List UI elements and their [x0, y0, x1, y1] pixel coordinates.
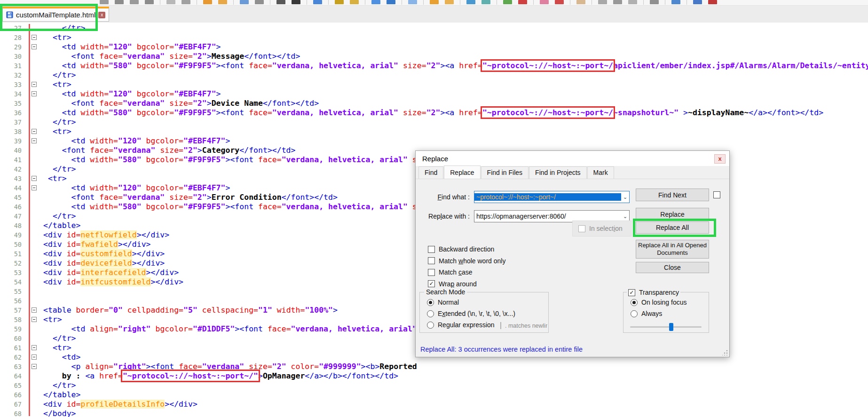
replace-with-label: Replace with :	[424, 212, 470, 220]
code-line[interactable]: 64 by : <a href="~protocol~://~host~:~po…	[0, 371, 868, 381]
code-text: </tr>	[43, 212, 76, 221]
code-text: <td width="120" bgcolor="#EBF4F7">	[43, 183, 230, 193]
code-line[interactable]: 37 </tr>	[0, 118, 868, 127]
chevron-down-icon[interactable]: ⌄	[621, 213, 629, 220]
code-line[interactable]: 65 </tr>	[0, 381, 868, 390]
checkbox-icon[interactable]: ✓	[628, 289, 635, 296]
line-number: 35	[0, 100, 27, 107]
code-line[interactable]: 36 <td width="580" bgcolor="#F9F9F5"><fo…	[0, 108, 868, 118]
fold-marker-icon[interactable]	[32, 138, 37, 143]
toolbar-icon	[481, 0, 490, 4]
dialog-tab-replace[interactable]: Replace	[444, 165, 480, 179]
code-line[interactable]: 30 <font face="verdana" size="2">Message…	[0, 52, 868, 61]
replace-all-button[interactable]: Replace All	[636, 221, 709, 234]
code-text: <td>	[43, 353, 81, 362]
toolbar-icon	[292, 0, 300, 4]
checkbox-match-case[interactable]: Match case	[428, 268, 473, 276]
line-number: 68	[0, 410, 27, 417]
radio-icon[interactable]	[631, 299, 638, 306]
dialog-tab-find-in-projects[interactable]: Find in Projects	[529, 166, 586, 179]
checkbox-icon[interactable]	[428, 257, 435, 264]
dialog-tab-mark[interactable]: Mark	[587, 166, 614, 179]
fold-marker-icon[interactable]	[32, 364, 37, 369]
checkbox-icon[interactable]	[428, 269, 435, 276]
fold-marker-icon[interactable]	[32, 176, 37, 181]
fold-marker-icon[interactable]	[32, 354, 37, 360]
dialog-tab-find-in-files[interactable]: Find in Files	[481, 166, 529, 179]
fold-marker-icon[interactable]	[32, 317, 37, 322]
checkbox-wrap-around[interactable]: ✓Wrap around	[428, 280, 477, 288]
code-line[interactable]: 35 <font face="verdana" size="2">Device …	[0, 99, 868, 108]
code-line[interactable]: 27 </tr>	[0, 24, 868, 33]
code-line[interactable]: 68</body>	[0, 409, 868, 417]
code-line[interactable]: 67<div id=profileDetailsInfo></div>	[0, 400, 868, 409]
resize-grip-icon[interactable]	[722, 350, 728, 355]
find-what-label: Find what :	[430, 193, 470, 201]
radio-on-losing-focus[interactable]: On losing focus	[631, 299, 687, 306]
checkbox-icon[interactable]: ✓	[428, 280, 435, 287]
toolbar-icon	[371, 0, 380, 4]
checkbox-label: Wrap around	[439, 280, 477, 288]
code-line[interactable]: 32 </tr>	[0, 71, 868, 80]
line-number: 47	[0, 212, 27, 220]
dialog-tab-find[interactable]: Find	[418, 166, 443, 179]
fold-marker-icon[interactable]	[32, 35, 37, 40]
dialog-close-icon[interactable]: x	[714, 154, 726, 164]
replace-all-docs-button[interactable]: Replace All in All Opened Documents	[636, 240, 709, 259]
code-text: by : <a href="~protocol~://~host~:~port~…	[43, 371, 398, 381]
find-next-button[interactable]: Find Next	[636, 189, 709, 201]
find-next-extra-checkbox[interactable]	[713, 191, 720, 198]
transparency-checkbox[interactable]: ✓ Transparency	[627, 289, 680, 296]
fold-marker-icon[interactable]	[32, 345, 37, 350]
fold-marker-icon[interactable]	[32, 44, 37, 49]
find-what-value[interactable]: ~protocol~://~host~:~port~/	[474, 193, 621, 201]
checkbox-icon[interactable]	[500, 322, 501, 329]
fold-marker-icon[interactable]	[32, 82, 37, 87]
code-text: <td width="580" bgcolor="#F9F9F5"><font …	[43, 202, 422, 212]
radio-regular[interactable]: Regular expression	[427, 321, 495, 329]
line-number: 38	[0, 128, 27, 135]
code-line[interactable]: 34 <td width="120" bgcolor="#EBF4F7">	[0, 89, 868, 99]
tab-close-icon[interactable]: x	[98, 12, 105, 18]
checkbox-match-whole-word-only[interactable]: Match whole word only	[428, 257, 505, 265]
code-line[interactable]: 33 <tr>	[0, 80, 868, 89]
line-number: 31	[0, 62, 27, 70]
fold-marker-icon[interactable]	[32, 185, 37, 190]
radio-icon[interactable]	[427, 299, 434, 306]
replace-with-value[interactable]: https://opmanagerserver:8060/	[474, 212, 621, 220]
chevron-down-icon[interactable]: ⌄	[621, 194, 629, 200]
dialog-titlebar[interactable]: Replace x	[416, 151, 729, 166]
slider-handle[interactable]	[669, 323, 673, 331]
line-number: 50	[0, 241, 27, 248]
fold-marker-icon[interactable]	[32, 91, 37, 96]
close-button[interactable]: Close	[636, 262, 709, 273]
radio-icon[interactable]	[631, 310, 638, 317]
code-line[interactable]: 28 <tr>	[0, 33, 868, 42]
line-number: 45	[0, 194, 27, 201]
fold-marker-icon[interactable]	[32, 129, 37, 134]
code-line[interactable]: 63 <p align="right"><font face="verdana"…	[0, 362, 868, 371]
matches-newline-checkbox[interactable]: . matches newline	[500, 322, 547, 329]
code-line[interactable]: 29 <td width="120" bgcolor="#EBF4F7">	[0, 42, 868, 52]
code-line[interactable]: 39 <td width="120" bgcolor="#EBF4F7">	[0, 136, 868, 146]
editor-tab[interactable]: customMailTemplate.html x	[2, 7, 109, 22]
toolbar-separator	[460, 0, 460, 5]
radio-icon[interactable]	[427, 322, 434, 329]
in-selection-checkbox[interactable]: In selection	[578, 225, 623, 232]
transparency-label: Transparency	[639, 289, 679, 296]
fold-marker-icon[interactable]	[32, 307, 37, 313]
checkbox-backward-direction[interactable]: Backward direction	[428, 245, 494, 253]
radio-icon[interactable]	[427, 310, 434, 317]
transparency-slider[interactable]	[630, 326, 702, 328]
code-text: <div id=customfield></div>	[43, 249, 165, 259]
radio-extended[interactable]: Extended (\n, \r, \t, \0, \x...)	[427, 310, 515, 317]
radio-normal[interactable]: Normal	[427, 299, 459, 306]
checkbox-icon[interactable]	[578, 225, 585, 232]
code-line[interactable]: 31 <td width="580" bgcolor="#F9F9F5"><fo…	[0, 61, 868, 71]
radio-always[interactable]: Always	[631, 310, 662, 317]
code-line[interactable]: 66</table>	[0, 390, 868, 400]
code-line[interactable]: 38 <tr>	[0, 127, 868, 136]
code-text: <div id=profileDetailsInfo></div>	[43, 400, 197, 409]
checkbox-icon[interactable]	[428, 246, 435, 253]
find-what-combobox[interactable]: ~protocol~://~host~:~port~/ ⌄	[474, 191, 630, 203]
